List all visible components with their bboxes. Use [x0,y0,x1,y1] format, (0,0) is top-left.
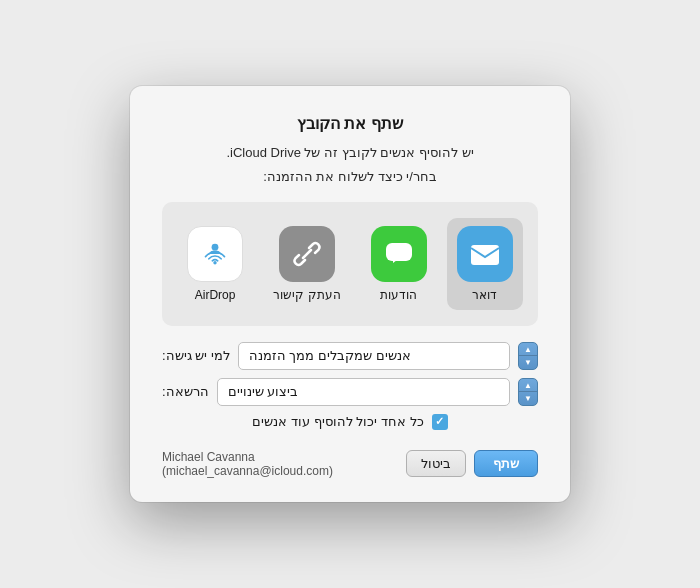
share-options-list: דואר הודעות [172,218,528,310]
share-options-container: דואר הודעות [162,202,538,326]
permission-stepper[interactable]: ▲ ▼ [518,378,538,406]
cancel-button[interactable]: ביטול [406,450,466,477]
access-label: למי יש גישה: [162,348,230,363]
perm-stepper-up-icon[interactable]: ▲ [519,379,537,392]
checkbox-checkmark: ✓ [435,415,444,428]
dialog-subtitle: יש להוסיף אנשים לקובץ זה של iCloud Drive… [162,143,538,163]
copylink-label: העתק קישור [273,288,340,302]
access-stepper[interactable]: ▲ ▼ [518,342,538,370]
messages-icon [371,226,427,282]
share-option-airdrop[interactable]: AirDrop [177,218,253,310]
checkbox-label: כל אחד יכול להוסיף עוד אנשים [252,414,423,429]
anyone-add-checkbox[interactable]: ✓ [432,414,448,430]
permission-label: הרשאה: [162,384,209,399]
svg-rect-1 [386,243,412,261]
svg-rect-0 [471,245,499,265]
stepper-up-icon[interactable]: ▲ [519,343,537,356]
mail-label: דואר [472,288,497,302]
permission-row: ▲ ▼ ביצוע שינויים הרשאה: [162,378,538,406]
share-option-mail[interactable]: דואר [447,218,523,310]
stepper-down-icon[interactable]: ▼ [519,356,537,369]
dialog-footer: שתף ביטול Michael Cavanna (michael_cavan… [162,450,538,478]
dialog-title: שתף את הקובץ [162,114,538,133]
airdrop-label: AirDrop [195,288,236,302]
share-dialog: שתף את הקובץ יש להוסיף אנשים לקובץ זה של… [130,86,570,502]
access-row: ▲ ▼ אנשים שמקבלים ממך הזמנה למי יש גישה: [162,342,538,370]
dialog-instruction: בחר/י כיצד לשלוח את ההזמנה: [162,169,538,184]
share-button[interactable]: שתף [474,450,538,477]
copylink-icon [279,226,335,282]
mail-icon [457,226,513,282]
footer-buttons: שתף ביטול [406,450,538,477]
airdrop-icon-container [187,226,243,282]
svg-point-2 [213,261,216,264]
messages-label: הודעות [380,288,417,302]
share-option-copylink[interactable]: העתק קישור [263,218,350,310]
perm-stepper-down-icon[interactable]: ▼ [519,392,537,405]
checkbox-row: ✓ כל אחד יכול להוסיף עוד אנשים [162,414,538,430]
permission-value[interactable]: ביצוע שינויים [217,378,510,406]
user-info: Michael Cavanna (michael_cavanna@icloud.… [162,450,398,478]
svg-point-3 [212,244,219,251]
access-value[interactable]: אנשים שמקבלים ממך הזמנה [238,342,510,370]
share-option-messages[interactable]: הודעות [361,218,437,310]
